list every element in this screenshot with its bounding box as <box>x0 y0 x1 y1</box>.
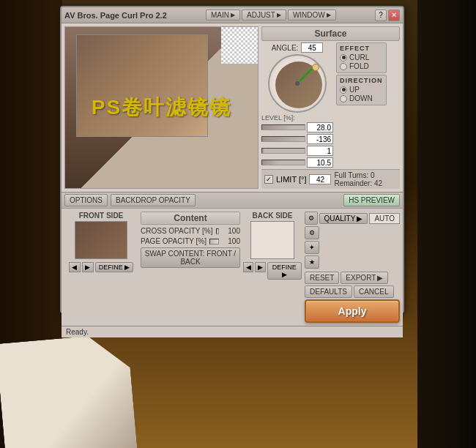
curl-radio[interactable] <box>340 54 347 61</box>
reset-button[interactable]: RESET <box>305 272 339 284</box>
level-slider-2[interactable] <box>261 136 305 142</box>
defaults-button[interactable]: DEFAULTS <box>305 285 352 298</box>
window-menu-arrow: ▶ <box>327 12 331 18</box>
effect-direction-panel: EFFECT CURL FOLD DIRECTION <box>336 42 387 168</box>
level-section: LEVEL [%]: <box>261 114 333 168</box>
main-dialog: AV Bros. Page Curl Pro 2.2 MAIN ▶ ADJUST… <box>60 6 404 313</box>
limit-label: LIMIT [°] <box>276 175 306 184</box>
help-button[interactable]: ? <box>375 10 387 21</box>
close-button[interactable]: ✕ <box>388 10 400 21</box>
angle-section: ANGLE: <box>261 42 333 168</box>
fold-radio[interactable] <box>340 63 347 70</box>
prev-back-button[interactable]: ◀ <box>243 262 253 272</box>
main-menu[interactable]: MAIN ▶ <box>206 10 240 20</box>
center-content: Content CROSS OPACITY [%] 100 PAGE OPACI… <box>141 212 240 323</box>
cross-opacity-label: CROSS OPACITY [%] <box>141 227 213 235</box>
icon-row-3: ✦ <box>305 241 400 254</box>
options-button[interactable]: OPTIONS <box>64 194 108 206</box>
bg-right <box>417 0 476 448</box>
prev-thumb-button[interactable]: ◀ <box>69 262 81 272</box>
front-side-label: FRONT SIDE <box>79 212 124 220</box>
limit-row: ✓ LIMIT [°] Full Turns: 0 Remainder: 42 <box>261 169 400 189</box>
down-radio-row[interactable]: DOWN <box>340 94 383 102</box>
effect-title: EFFECT <box>340 45 383 52</box>
surface-content: ANGLE: <box>261 42 400 168</box>
back-side-label: BACK SIDE <box>252 212 292 220</box>
level-input-4[interactable] <box>307 157 333 168</box>
icon-row-2: ⚙ <box>305 226 400 239</box>
back-nav: ◀ ▶ DEFINE ▶ <box>243 262 302 280</box>
content-title: Content <box>141 212 240 225</box>
level-input-1[interactable] <box>307 122 333 132</box>
define-front-button[interactable]: DEFINE ▶ <box>95 262 134 272</box>
curl-radio-row[interactable]: CURL <box>340 53 383 61</box>
main-menu-arrow: ▶ <box>231 12 235 18</box>
direction-group: DIRECTION UP DOWN <box>336 75 387 105</box>
level-input-2[interactable] <box>307 134 333 144</box>
quality-icon-button[interactable]: ⚙ <box>305 212 318 225</box>
back-side: BACK SIDE ◀ ▶ DEFINE ▶ <box>243 212 302 323</box>
level-fill-2 <box>262 137 305 141</box>
cross-opacity-row: CROSS OPACITY [%] 100 <box>141 227 240 235</box>
cancel-button[interactable]: CANCEL <box>354 285 394 298</box>
level-slider-1[interactable] <box>261 124 305 130</box>
level-slider-4[interactable] <box>261 160 305 165</box>
surface-title: Surface <box>261 26 400 41</box>
adjust-menu[interactable]: ADJUST ▶ <box>242 10 286 20</box>
content-section: FRONT SIDE ◀ ▶ DEFINE ▶ Content CROSS OP… <box>62 208 403 326</box>
status-text: Ready. <box>66 328 89 336</box>
level-input-3[interactable] <box>307 146 333 156</box>
preview-area: PS卷叶滤镜镜 <box>64 26 259 189</box>
preview-image: PS卷叶滤镜镜 <box>65 27 258 188</box>
dialog-body: PS卷叶滤镜镜 Surface ANGLE: <box>62 23 403 312</box>
icon-row-4: ★ <box>305 255 400 269</box>
angle-label: ANGLE: <box>272 44 299 52</box>
limit-checkbox[interactable]: ✓ <box>264 175 273 184</box>
level-slider-3[interactable] <box>261 148 305 154</box>
angle-dial[interactable] <box>268 54 327 113</box>
export-button[interactable]: EXPORT ▶ <box>341 272 388 284</box>
status-bar: Ready. <box>62 326 403 337</box>
top-section: PS卷叶滤镜镜 Surface ANGLE: <box>62 23 403 192</box>
defaults-cancel-row: DEFAULTS CANCEL <box>305 285 400 298</box>
reset-export-row: RESET EXPORT ▶ <box>305 272 400 284</box>
level-fill-4 <box>262 160 279 165</box>
front-side: FRONT SIDE ◀ ▶ DEFINE ▶ <box>64 212 138 323</box>
apply-button[interactable]: Apply <box>305 299 400 323</box>
swap-content-button[interactable]: SWAP CONTENT: FRONT / BACK <box>141 247 240 268</box>
define-back-button[interactable]: DEFINE ▶ <box>267 262 302 280</box>
up-radio-row[interactable]: UP <box>340 86 383 94</box>
checkerboard-overlay <box>221 27 258 64</box>
star-icon-button[interactable]: ★ <box>305 255 319 269</box>
page-opacity-value: 100 <box>222 237 240 245</box>
backdrop-button[interactable]: BACKDROP OPACITY <box>111 194 196 206</box>
action-panel: ⚙ QUALITY ▶ AUTO ⚙ ✦ ★ <box>305 212 400 323</box>
dial-center-dot <box>295 81 300 86</box>
titlebar: AV Bros. Page Curl Pro 2.2 MAIN ▶ ADJUST… <box>62 7 403 23</box>
next-thumb-button[interactable]: ▶ <box>82 262 94 272</box>
gear-icon-button[interactable]: ✦ <box>305 241 319 254</box>
window-menu[interactable]: WINDOW ▶ <box>288 10 336 20</box>
export-arrow-icon: ▶ <box>377 274 383 282</box>
fold-radio-row[interactable]: FOLD <box>340 62 383 70</box>
quality-arrow-icon: ▶ <box>357 214 362 223</box>
dial-handle[interactable] <box>312 64 319 71</box>
up-radio[interactable] <box>340 86 347 94</box>
thumbnail-nav: ◀ ▶ DEFINE ▶ <box>69 262 134 272</box>
level-label: LEVEL [%]: <box>261 114 333 122</box>
hs-preview-button[interactable]: HS PREVIEW <box>343 194 400 206</box>
effect-group: EFFECT CURL FOLD <box>336 42 387 73</box>
back-thumbnail <box>250 221 294 259</box>
action-buttons: RESET EXPORT ▶ DEFAULTS CANCEL Apply <box>305 272 400 323</box>
down-radio[interactable] <box>340 95 347 102</box>
settings-icon-button[interactable]: ⚙ <box>305 226 319 239</box>
level-fill-3 <box>262 149 264 153</box>
next-back-button[interactable]: ▶ <box>255 262 265 272</box>
angle-input[interactable] <box>301 42 323 53</box>
front-thumbnail <box>75 221 127 259</box>
quality-button[interactable]: QUALITY ▶ <box>319 213 368 224</box>
menu-bar: MAIN ▶ ADJUST ▶ WINDOW ▶ <box>167 10 375 20</box>
page-opacity-slider[interactable] <box>209 239 219 244</box>
limit-input[interactable] <box>309 174 331 184</box>
cross-opacity-slider[interactable] <box>216 228 219 234</box>
